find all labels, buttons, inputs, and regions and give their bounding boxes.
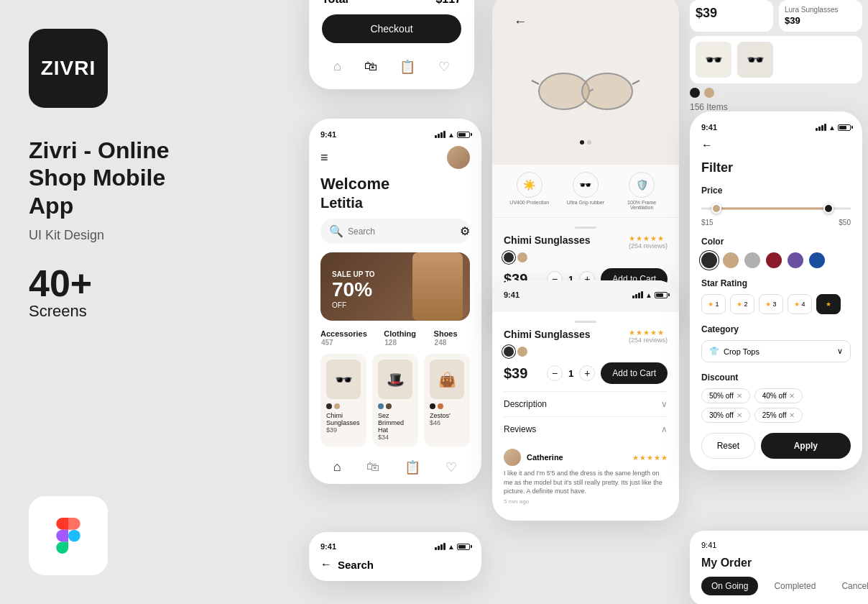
welcome-text: Welcome	[320, 175, 470, 193]
star-rating-2: ★ ★ ★ ★ ★	[629, 329, 668, 337]
color-dots-3	[430, 403, 464, 409]
receipt-nav-icon-2[interactable]: 📋	[405, 459, 420, 475]
swatch-red[interactable]	[766, 252, 782, 268]
total-value: $117	[435, 0, 461, 6]
heart-nav-icon[interactable]: ♡	[438, 59, 450, 75]
search-input[interactable]	[348, 226, 456, 237]
product-price-1: $39	[326, 426, 361, 434]
color-dot-beige	[334, 403, 340, 409]
swatch-beige[interactable]	[723, 252, 739, 268]
time-search: 9:41	[320, 542, 336, 551]
cat-accessories[interactable]: Accessories 457	[320, 329, 378, 347]
range-thumb-right[interactable]	[823, 203, 834, 214]
price-labels: $15 $50	[701, 219, 851, 226]
status-bar-reviews: 9:41 ▲	[504, 290, 668, 299]
user-avatar[interactable]	[447, 146, 470, 169]
ventilation-label: 100% Frame Ventilation	[622, 200, 662, 210]
phone-reviews-top: 9:41 ▲	[492, 280, 679, 312]
category-select[interactable]: 👕 Crop Tops ∨	[701, 340, 851, 362]
star-option-3[interactable]: ★3	[759, 294, 783, 314]
menu-icon[interactable]: ≡	[320, 150, 328, 165]
qty-value-2: 1	[568, 368, 573, 379]
swatch-blue[interactable]	[809, 252, 825, 268]
qty-increase-btn-2[interactable]: +	[579, 365, 595, 381]
color-row-1	[504, 252, 668, 262]
feature-ventilation: 🛡️ 100% Frame Ventilation	[622, 172, 662, 210]
apply-button[interactable]: Apply	[761, 433, 851, 459]
star-option-4[interactable]: ★4	[788, 294, 812, 314]
star-option-2[interactable]: ★2	[730, 294, 754, 314]
discount-50[interactable]: 50% off ✕	[701, 388, 750, 403]
color-option-beige-2[interactable]	[517, 347, 527, 357]
product-card-belt[interactable]: 👜 Zestos' $46	[424, 354, 470, 447]
back-icon-search[interactable]: ←	[320, 558, 332, 571]
right-product-2[interactable]: Lura Sunglasses $39	[779, 0, 862, 32]
rp2-name: Lura Sunglasses	[785, 6, 857, 14]
home-nav-icon-2[interactable]: ⌂	[333, 459, 341, 475]
star-option-1[interactable]: ★1	[701, 294, 726, 314]
discount-30[interactable]: 30% off ✕	[701, 408, 750, 423]
tab-completed[interactable]: Completed	[764, 577, 826, 595]
svg-line-3	[632, 81, 640, 84]
color-option-black[interactable]	[504, 252, 514, 262]
right-product-1[interactable]: $39	[690, 0, 773, 32]
checkout-button[interactable]: Checkout	[322, 14, 461, 43]
promo-banner: SALE UP TO 70% OFF	[320, 252, 470, 321]
heart-nav-icon-2[interactable]: ♡	[445, 459, 457, 475]
cart-nav-icon-2[interactable]: 🛍	[366, 459, 379, 475]
star-rating-options: ★1 ★2 ★3 ★4 ★	[701, 294, 851, 314]
home-nav-icon[interactable]: ⌂	[333, 59, 341, 75]
discount-25-remove[interactable]: ✕	[789, 411, 795, 419]
description-accordion-2[interactable]: Description ∨	[504, 391, 668, 416]
reviews-body: Chimi Sunglasses ★ ★ ★ ★ ★ (254 reviews)	[492, 312, 679, 521]
price-row-2: $39 − 1 + Add to Cart	[504, 362, 668, 384]
color-option-black-2[interactable]	[504, 347, 514, 357]
color-option-beige[interactable]	[517, 252, 527, 262]
order-header: 9:41	[701, 541, 868, 549]
product-card-hat[interactable]: 🎩 Sez Brimmed Hat $34	[372, 354, 418, 447]
price-range-slider[interactable]	[701, 201, 851, 216]
total-label: Total	[322, 0, 348, 6]
grip-label: Ultra Grip rubber	[567, 200, 604, 205]
sidebar: ZIVRI Zivri - Online Shop Mobile App UI …	[0, 0, 201, 604]
figma-icon	[50, 518, 86, 554]
product-card-sunglasses[interactable]: 🕶️ Chimi Sunglasses $39	[320, 354, 366, 447]
discount-40[interactable]: 40% off ✕	[754, 388, 803, 403]
range-fill	[716, 208, 828, 210]
tab-ongoing[interactable]: On Going	[701, 577, 758, 595]
discount-50-remove[interactable]: ✕	[737, 392, 742, 400]
reset-button[interactable]: Reset	[701, 433, 755, 459]
right-products-area: $39 Lura Sunglasses $39 🕶️ 🕶️ 156 Items	[690, 0, 862, 114]
reviews-accordion[interactable]: Reviews ∧	[504, 416, 668, 441]
search-header: ← Search	[320, 558, 470, 571]
qty-decrease-btn-2[interactable]: −	[547, 365, 563, 381]
price-max: $50	[839, 219, 851, 226]
swatch-black[interactable]	[701, 252, 717, 268]
wifi-icon-r: ▲	[645, 291, 652, 299]
swatch-gray[interactable]	[744, 252, 760, 268]
swatch-purple[interactable]	[788, 252, 803, 268]
back-icon-filter[interactable]: ←	[701, 139, 713, 152]
status-icons-filter: ▲	[816, 124, 851, 132]
range-thumb-left[interactable]	[711, 203, 721, 214]
search-bar[interactable]: 🔍 ⚙	[320, 219, 470, 244]
star5: ★	[657, 234, 664, 242]
color-row-2	[504, 347, 668, 357]
receipt-nav-icon[interactable]: 📋	[400, 59, 415, 75]
cat-shoes[interactable]: Shoes 248	[434, 329, 470, 347]
rp2-price: $39	[785, 15, 857, 26]
discount-30-remove[interactable]: ✕	[737, 411, 742, 419]
discount-40-remove[interactable]: ✕	[789, 392, 795, 400]
add-to-cart-button-2[interactable]: Add to Cart	[601, 362, 668, 384]
reviews-count-2: (254 reviews)	[629, 337, 668, 344]
tab-cancelled[interactable]: Cancelled	[831, 577, 868, 595]
back-button[interactable]: ←	[514, 14, 527, 29]
reviewer-name: Catherine	[527, 453, 563, 462]
reviews-label: Reviews	[504, 424, 536, 434]
filter-icon[interactable]: ⚙	[460, 224, 470, 238]
cart-nav-icon[interactable]: 🛍	[364, 59, 377, 75]
wifi-icon: ▲	[448, 131, 455, 139]
cat-clothing[interactable]: Clothing 128	[384, 329, 428, 347]
discount-25[interactable]: 25% off ✕	[754, 408, 803, 423]
star-option-5[interactable]: ★	[816, 294, 841, 314]
